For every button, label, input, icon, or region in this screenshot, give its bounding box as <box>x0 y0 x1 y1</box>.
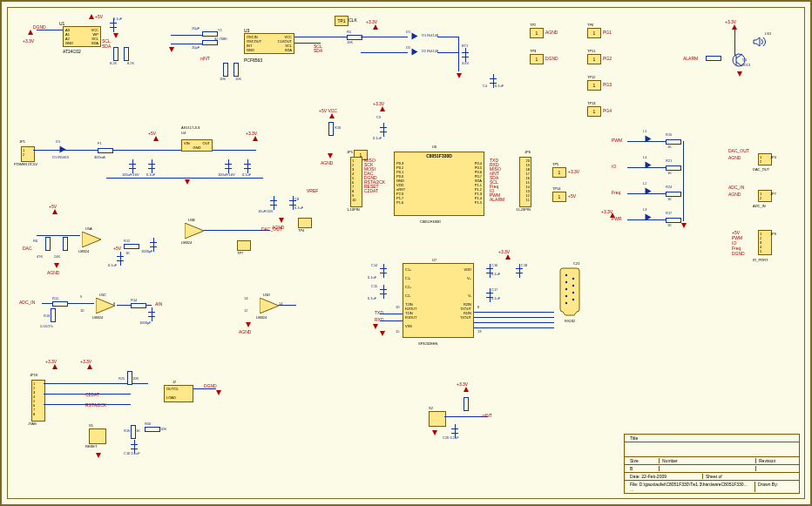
tp6-net: PG1 <box>603 30 612 35</box>
agnd <box>328 153 333 159</box>
c-1000 <box>148 312 155 317</box>
tp2-ref: TP2 <box>530 23 536 27</box>
svg-marker-6 <box>96 298 115 314</box>
r24-ref: R24 <box>666 185 672 189</box>
c2dat: C2DAT <box>85 392 99 397</box>
r12v: 1K <box>125 251 130 255</box>
gnd <box>185 179 190 185</box>
c16-ref: C16 <box>491 263 497 267</box>
jtag-33v: +3.3V <box>45 359 57 364</box>
u7-ref: U7 <box>432 258 436 262</box>
f1-ref: F1 <box>98 141 102 145</box>
chip-mcu: C8051F330D P0.3P0.2P0.1P0.0GNDVDDnRSTP2.… <box>394 152 484 216</box>
wire <box>380 314 403 314</box>
eeprom-ref: U1 <box>59 21 64 26</box>
wire <box>37 30 63 30</box>
jp4-n0: AGND <box>728 155 741 160</box>
c6 <box>148 164 155 169</box>
tp5-ref: TP5 <box>552 162 558 166</box>
33v-arrow <box>373 24 378 30</box>
r6 <box>45 237 51 251</box>
u5a <box>82 232 103 247</box>
jp5-ref: JP5 <box>347 150 353 154</box>
wire <box>474 312 554 313</box>
gnd <box>380 331 385 336</box>
c17-ref: C17 <box>491 287 497 292</box>
buzzer-icon <box>753 35 767 44</box>
ain: AIN <box>155 301 162 307</box>
dac-rail: +5V <box>49 204 57 209</box>
c9v: 0.1uF <box>373 136 382 140</box>
led-rail: +3.3V <box>601 209 612 214</box>
r11-ref: R11 <box>52 296 58 300</box>
tb-rev <box>755 466 796 471</box>
r12 <box>124 244 139 249</box>
tb-file: D:\gaoxiaofei\C8051F330\Tw1.3\hardwareC8… <box>630 482 748 492</box>
tb-size-lbl: Size <box>630 458 639 463</box>
jp4-lbl: DAC_OUT <box>728 148 749 153</box>
net-33v: +3.3V <box>23 38 34 44</box>
wire <box>361 37 408 37</box>
r3 <box>223 63 228 77</box>
rtc-ref: U3 <box>244 28 249 33</box>
r17-val: 1K <box>667 223 672 227</box>
tp3-net: DGND <box>545 56 558 61</box>
c18 <box>516 268 523 273</box>
r17-ref: R17 <box>666 211 672 215</box>
c5v: 100uF/16V <box>122 172 139 177</box>
s2-r <box>464 397 469 411</box>
wire <box>44 383 148 384</box>
33v <box>253 136 258 141</box>
jp7-lbl: ADC_IN <box>728 185 744 190</box>
u4-ref: U4 <box>181 131 186 135</box>
chip-232: C1+ C1- C2+ C2- T2INR2OUTT1INR1OUT VSS V… <box>403 263 474 338</box>
wire <box>294 37 348 37</box>
s2-pwr: +3.3V <box>457 381 468 387</box>
r2 <box>124 47 129 61</box>
l3 <box>646 214 652 221</box>
r10 <box>328 122 334 136</box>
c17v: 0.1uF <box>491 296 500 300</box>
r13 <box>51 308 56 322</box>
gnd <box>373 324 378 329</box>
tp12-net: PG3 <box>603 82 612 87</box>
tp2-net: AGND <box>545 30 558 35</box>
r6v: 47K <box>37 254 43 259</box>
l1-ref: L1 <box>643 129 646 133</box>
c8b-val: 0.1uF <box>294 206 303 210</box>
232-pwr: +3.3V <box>498 249 510 254</box>
d1-sym <box>412 33 418 40</box>
gnd <box>737 71 742 77</box>
gnd <box>216 390 221 395</box>
r13v: 5.5K/1% <box>40 324 53 328</box>
r4v: 10K <box>235 77 241 81</box>
tp4-ref: TP4 <box>298 228 304 233</box>
u5c-part: LM324 <box>92 315 103 320</box>
j2-gnd: DGND <box>204 383 217 388</box>
ls1: LS1 <box>765 31 771 36</box>
jp9-ref: JP9 <box>770 232 776 236</box>
jp1-label: POWER DC5V <box>14 162 37 166</box>
r5-ref: R5 <box>347 30 351 34</box>
tb-sheet: of <box>718 474 721 479</box>
r15-val: 1K <box>667 145 672 149</box>
agnd-net: AGND <box>321 160 333 165</box>
svg-point-16 <box>572 299 574 300</box>
jp5-lbl: 1-10PIN <box>347 207 360 212</box>
c11v: 1000pF <box>141 249 153 253</box>
jp1-ref: JP1 <box>19 139 25 144</box>
c4-ref: C4 <box>483 84 487 88</box>
svg-point-9 <box>565 281 567 283</box>
wire <box>361 52 408 53</box>
u6-ref: U6 <box>432 145 436 149</box>
u5c <box>96 298 117 314</box>
svg-point-0 <box>733 54 745 66</box>
chip-reg: VIN OUT GND <box>181 139 213 152</box>
tb-rev-lbl: Revision <box>755 458 796 463</box>
c10b-lbl: C10 0.1uF <box>124 451 140 455</box>
tp1: TP1 <box>335 16 348 26</box>
s2-net: nINT <box>483 413 492 418</box>
led2-net: IO <box>612 164 616 169</box>
gnd <box>432 430 437 435</box>
c14v: 0.1uF <box>368 275 376 280</box>
